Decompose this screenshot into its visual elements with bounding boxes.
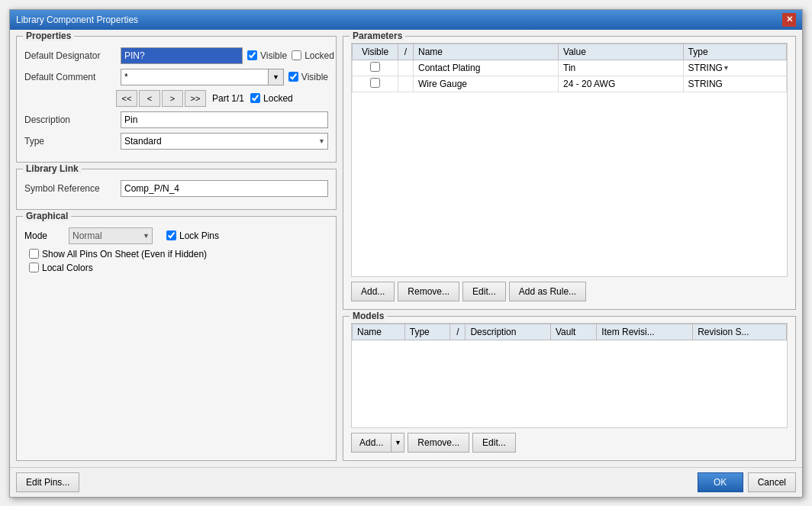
designator-row: Default Designator Visible Locked — [24, 47, 328, 64]
row1-visible-checkbox[interactable] — [370, 62, 380, 72]
locked-check-group: Locked — [292, 50, 334, 61]
show-all-pins-label: Show All Pins On Sheet (Even if Hidden) — [42, 249, 207, 259]
nav-row: << < > >> Part 1/1 Locked — [116, 90, 328, 107]
row2-value: 24 - 20 AWG — [559, 76, 684, 92]
designator-input[interactable] — [121, 47, 243, 64]
models-title: Models — [350, 311, 387, 321]
title-bar: Library Component Properties ✕ — [10, 10, 802, 30]
show-all-pins-checkbox[interactable] — [29, 249, 39, 259]
locked2-check-group: Locked — [250, 93, 293, 104]
models-add-dropdown-arrow[interactable]: ▼ — [391, 433, 404, 453]
nav-prev-button[interactable]: < — [139, 90, 160, 107]
nav-last-button[interactable]: >> — [185, 90, 206, 107]
graphical-group: Graphical Mode Normal Lock Pins S — [16, 216, 337, 461]
row2-visible-checkbox[interactable] — [370, 78, 380, 88]
models-buttons: Add... ▼ Remove... Edit... — [351, 433, 788, 453]
parameters-table: Visible / Name Value Type Cont — [352, 44, 787, 92]
nav-first-button[interactable]: << — [116, 90, 137, 107]
models-col-revision-s: Revision S... — [693, 324, 787, 340]
models-remove-button[interactable]: Remove... — [408, 433, 469, 453]
models-table-container: Name Type / Description Vault Item Revis… — [351, 323, 788, 428]
visible-checkbox[interactable] — [247, 50, 257, 60]
locked-label: Locked — [304, 50, 334, 61]
params-add-button[interactable]: Add... — [351, 282, 395, 301]
models-edit-button[interactable]: Edit... — [472, 433, 516, 453]
type-row: Type Standard Power Input Output IO Pass… — [24, 133, 328, 150]
locked2-label: Locked — [263, 93, 293, 104]
parameters-group: Parameters Visible / Name Value Type — [343, 36, 796, 310]
show-all-pins-row: Show All Pins On Sheet (Even if Hidden) — [24, 249, 328, 259]
footer-right: OK Cancel — [698, 472, 796, 492]
row2-type: STRING — [683, 76, 786, 92]
visible-check-group: Visible — [247, 50, 287, 61]
type-select[interactable]: Standard Power Input Output IO Passive — [121, 133, 328, 150]
lock-pins-check-group: Lock Pins — [166, 230, 219, 241]
col-slash: / — [398, 44, 414, 60]
comment-dropdown-arrow[interactable]: ▼ — [269, 69, 284, 85]
table-row: Contact Plating Tin STRING ▼ — [353, 60, 787, 76]
mode-row: Mode Normal Lock Pins — [24, 227, 328, 244]
description-row: Description — [24, 111, 328, 128]
models-add-button[interactable]: Add... — [351, 433, 391, 453]
locked2-checkbox[interactable] — [250, 93, 260, 103]
cancel-button[interactable]: Cancel — [748, 472, 796, 492]
params-edit-button[interactable]: Edit... — [462, 282, 506, 301]
symbol-ref-label: Symbol Reference — [24, 183, 116, 194]
ok-button[interactable]: OK — [698, 472, 743, 492]
dialog-title: Library Component Properties — [16, 15, 138, 25]
dialog-window: Library Component Properties ✕ Propertie… — [9, 9, 803, 498]
params-remove-button[interactable]: Remove... — [398, 282, 459, 301]
row1-type-text: STRING — [688, 63, 723, 73]
local-colors-row: Local Colors — [24, 263, 328, 273]
locked-checkbox[interactable] — [292, 50, 301, 60]
local-colors-label: Local Colors — [42, 263, 93, 273]
symbol-ref-row: Symbol Reference — [24, 180, 328, 197]
comment-label: Default Comment — [24, 72, 116, 82]
row1-type-arrow[interactable]: ▼ — [723, 64, 730, 72]
col-name: Name — [414, 44, 559, 60]
visible2-label: Visible — [301, 72, 328, 82]
row2-slash — [398, 76, 414, 92]
comment-input[interactable] — [121, 69, 269, 85]
properties-group: Properties Default Designator Visible Lo… — [16, 36, 337, 163]
params-add-as-rule-button[interactable]: Add as Rule... — [509, 282, 586, 301]
row2-name: Wire Gauge — [414, 76, 559, 92]
left-panel: Properties Default Designator Visible Lo… — [16, 36, 337, 461]
local-colors-checkbox[interactable] — [29, 263, 39, 272]
models-col-item-revisi: Item Revisi... — [597, 324, 693, 340]
nav-next-button[interactable]: > — [162, 90, 183, 107]
comment-row: Default Comment ▼ Visible — [24, 69, 328, 85]
row2-visible — [353, 76, 398, 92]
mode-select[interactable]: Normal — [69, 227, 153, 244]
close-button[interactable]: ✕ — [782, 13, 796, 27]
designator-label: Default Designator — [24, 50, 116, 61]
type-label: Type — [24, 136, 116, 147]
row1-visible — [353, 60, 398, 76]
visible2-check-group: Visible — [288, 72, 328, 82]
models-table: Name Type / Description Vault Item Revis… — [352, 324, 787, 340]
models-add-split: Add... ▼ — [351, 433, 404, 453]
type-select-wrapper: Standard Power Input Output IO Passive — [121, 133, 328, 150]
row1-slash — [398, 60, 414, 76]
models-col-name: Name — [353, 324, 405, 340]
visible2-checkbox[interactable] — [288, 72, 298, 82]
col-visible: Visible — [353, 44, 398, 60]
right-panel: Parameters Visible / Name Value Type — [343, 36, 796, 461]
lock-pins-checkbox[interactable] — [166, 230, 176, 240]
symbol-ref-input[interactable] — [121, 180, 328, 197]
description-input[interactable] — [121, 111, 328, 128]
visible-label: Visible — [260, 50, 287, 61]
table-row: Wire Gauge 24 - 20 AWG STRING — [353, 76, 787, 92]
models-group: Models Name Type / Description Vault Ite… — [343, 316, 796, 461]
comment-combo: ▼ — [121, 69, 284, 85]
properties-title: Properties — [23, 31, 74, 41]
models-col-vault: Vault — [550, 324, 596, 340]
models-col-type: Type — [404, 324, 450, 340]
dialog-footer: Edit Pins... OK Cancel — [10, 467, 802, 497]
mode-label: Mode — [24, 230, 63, 241]
col-type: Type — [683, 44, 786, 60]
row1-type: STRING ▼ — [683, 60, 786, 76]
parameters-title: Parameters — [350, 31, 405, 41]
models-col-description: Description — [466, 324, 551, 340]
edit-pins-button[interactable]: Edit Pins... — [16, 472, 79, 492]
